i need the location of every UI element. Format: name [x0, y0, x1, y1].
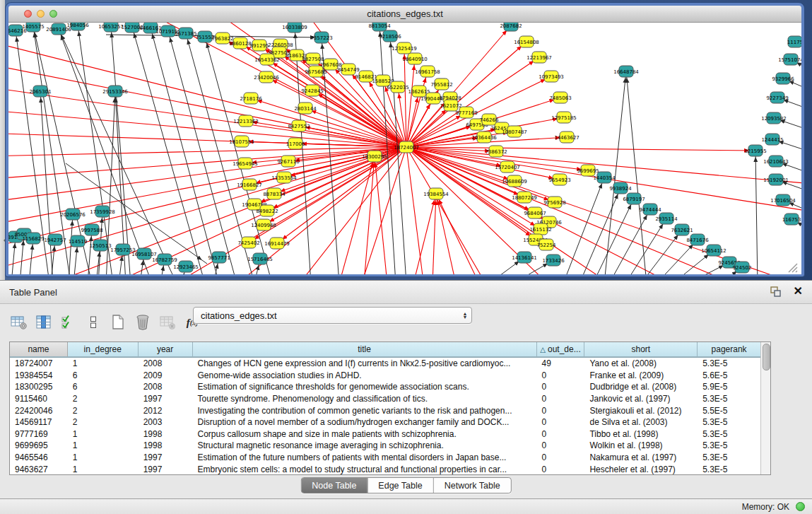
graph-node[interactable]: 2718176	[240, 93, 262, 104]
column-header-out_de[interactable]: △out_de...	[537, 342, 585, 357]
graph-node[interactable]: 751552	[196, 31, 215, 42]
graph-node[interactable]: 1733426	[542, 255, 565, 266]
graph-node[interactable]: 12975185	[551, 112, 577, 123]
graph-node[interactable]: 924502	[733, 262, 752, 273]
graph-node[interactable]: 10688609	[502, 175, 527, 187]
graph-node[interactable]: 16154808	[514, 36, 539, 47]
graph-node[interactable]: 17359928	[90, 206, 115, 217]
graph-node[interactable]: 9329966	[772, 73, 794, 84]
graph-node[interactable]: 2935114	[655, 213, 678, 224]
graph-node[interactable]: 116753	[782, 214, 801, 225]
graph-node[interactable]: 19166827	[237, 179, 262, 190]
graph-node[interactable]: 16033809	[282, 23, 307, 33]
network-view-window[interactable]: citations_edges.txt 18724007183002951938…	[6, 3, 804, 276]
graph-node[interactable]: 8878334	[263, 188, 286, 199]
table-row[interactable]: 1830029562008Estimation of significance …	[10, 381, 761, 393]
graph-node[interactable]: 9997588	[81, 224, 102, 235]
graph-node[interactable]: 18640910	[402, 53, 428, 64]
table-vertical-scrollbar[interactable]	[760, 342, 770, 474]
graph-node[interactable]: 9227349	[766, 92, 788, 103]
graph-node[interactable]: 7425402	[237, 237, 259, 248]
graph-node[interactable]: 7485063	[549, 92, 571, 103]
column-header-short[interactable]: short	[584, 342, 698, 357]
graph-node[interactable]: 2803144	[294, 103, 317, 114]
graph-node[interactable]: 9218506	[379, 30, 401, 42]
graph-node[interactable]: 14463627	[554, 132, 579, 143]
table-select-dropdown[interactable]: citations_edges.txt ▲▼	[193, 307, 472, 324]
column-header-title[interactable]: title	[193, 342, 537, 357]
table-settings-icon[interactable]	[8, 313, 30, 332]
table-row[interactable]: 969969511998Structural magnetic resonanc…	[10, 440, 761, 452]
graph-node[interactable]: 15192001	[763, 174, 789, 185]
graph-node[interactable]: 7386372	[485, 146, 507, 157]
split-pane-divider[interactable]	[0, 0, 5, 280]
tab-network-table[interactable]: Network Table	[434, 478, 511, 493]
table-row[interactable]: 911546021997Tourette syndrome. Phenomeno…	[10, 393, 761, 405]
graph-node[interactable]: 891295	[250, 40, 269, 51]
float-panel-icon[interactable]	[768, 286, 782, 298]
graph-node[interactable]: 8215955	[744, 145, 766, 156]
graph-node[interactable]: 114519	[69, 235, 88, 247]
window-resize-grip[interactable]	[789, 264, 797, 272]
graph-node[interactable]: 12093582	[761, 112, 787, 124]
graph-node[interactable]: 2065301	[29, 86, 51, 97]
select-column-icon[interactable]	[33, 313, 54, 332]
column-header-in_degree[interactable]: in_degree	[68, 342, 139, 357]
graph-node[interactable]: 16914479	[264, 238, 290, 249]
network-canvas[interactable]: 1872400718300295193845547963822886012889…	[8, 23, 801, 274]
column-checklist-icon[interactable]	[58, 313, 79, 332]
network-window-titlebar[interactable]: citations_edges.txt	[8, 6, 801, 23]
table-row[interactable]: 1456911722003Disruption of a novel membe…	[10, 416, 761, 428]
scrollbar-thumb[interactable]	[763, 344, 770, 370]
graph-node[interactable]: 9756928	[543, 197, 565, 208]
graph-node[interactable]: 7955812	[430, 78, 452, 90]
graph-node[interactable]: 6879197	[623, 193, 645, 204]
graph-node[interactable]: 18107554	[229, 136, 254, 147]
graph-node[interactable]: 15716465	[247, 253, 273, 264]
delete-rows-icon[interactable]	[132, 313, 153, 332]
graph-node[interactable]: 9474444	[639, 204, 661, 215]
new-table-icon[interactable]	[107, 313, 129, 332]
graph-node[interactable]: 8813054	[368, 23, 391, 31]
graph-node[interactable]: 11175	[787, 36, 801, 47]
graph-node[interactable]: 117006	[286, 138, 305, 149]
graph-node[interactable]: 9654923	[548, 174, 570, 185]
graph-node[interactable]: 10654112	[701, 245, 726, 256]
tab-node-table[interactable]: Node Table	[301, 478, 367, 493]
graph-node[interactable]: 2087682	[500, 23, 522, 31]
graph-node[interactable]: 16648784	[613, 66, 639, 77]
table-row[interactable]: 1938455462009Genome-wide association stu…	[10, 370, 761, 382]
table-row[interactable]: 1872400712008Changes of HCN gene express…	[10, 358, 761, 370]
table-row[interactable]: 946362711997Embryonic stem cells: a mode…	[10, 463, 761, 474]
graph-node[interactable]: 16961758	[415, 66, 440, 77]
graph-node[interactable]: 12325419	[392, 42, 417, 54]
graph-node[interactable]: 8471676	[686, 234, 709, 245]
column-header-name[interactable]: name	[10, 342, 68, 357]
graph-node[interactable]: 1244415	[761, 134, 783, 145]
row-height-icon[interactable]	[83, 313, 104, 332]
column-header-pagerank[interactable]: pagerank	[698, 342, 761, 357]
graph-node[interactable]: 19384554	[423, 188, 449, 199]
graph-node[interactable]: 12213967	[526, 52, 552, 63]
graph-node[interactable]: 23420046	[254, 71, 279, 83]
graph-node[interactable]: 20206576	[60, 209, 86, 220]
table-panel-titlebar[interactable]: Table Panel ✕	[0, 280, 812, 304]
column-header-year[interactable]: year	[139, 342, 193, 357]
table-row[interactable]: 977716911998Corpus callosum shape and si…	[10, 428, 761, 440]
graph-node[interactable]: 16210643	[763, 156, 789, 167]
graph-node[interactable]: 14136141	[512, 252, 537, 263]
graph-node[interactable]: 9938924	[609, 182, 632, 194]
delete-table-icon[interactable]	[157, 313, 178, 332]
graph-node[interactable]: 7357223	[310, 32, 332, 43]
graph-node[interactable]: 752254	[537, 239, 556, 250]
graph-node[interactable]: 9267110	[277, 156, 299, 167]
graph-node[interactable]: 1942757	[44, 234, 66, 245]
close-panel-icon[interactable]: ✕	[794, 284, 803, 298]
graph-node[interactable]: 11353554	[271, 172, 297, 183]
network-graph[interactable]: 1872400718300295193845547963822886012889…	[8, 23, 801, 274]
tab-edge-table[interactable]: Edge Table	[367, 478, 433, 493]
graph-node[interactable]: 10653257	[98, 23, 124, 32]
graph-node[interactable]: 15720407	[495, 161, 520, 173]
graph-node[interactable]: 7632621	[671, 224, 693, 235]
table-row[interactable]: 2242004622012Investigating the contribut…	[10, 404, 761, 416]
